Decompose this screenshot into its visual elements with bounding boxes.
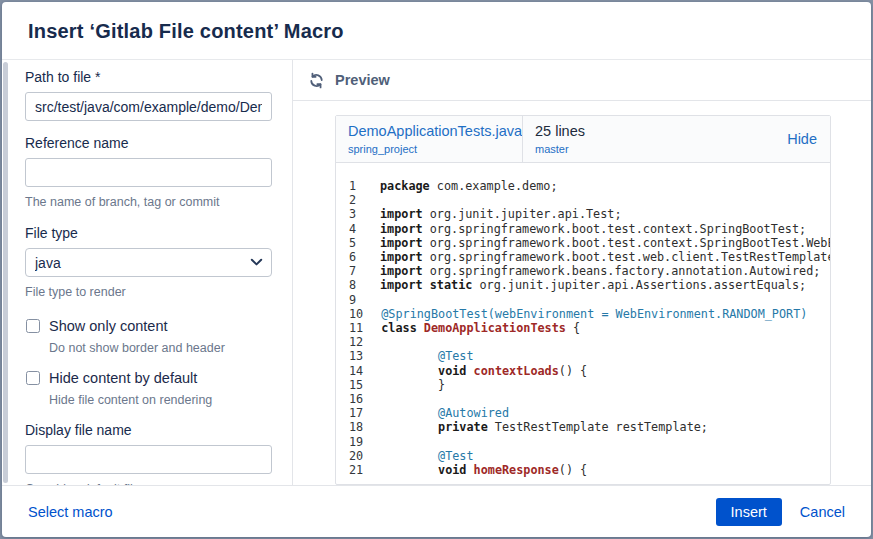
code-line: 10@SpringBootTest(webEnvironment = WebEn…	[336, 307, 830, 321]
hide-content-helper: Hide file content on rendering	[49, 393, 272, 407]
code-line: 6import org.springframework.boot.test.we…	[336, 250, 830, 264]
dialog-body: Path to file * Reference name The name o…	[2, 60, 871, 485]
project-name: spring_project	[348, 143, 522, 155]
hide-content-checkbox[interactable]	[26, 371, 40, 385]
code-line: 1package com.example.demo;	[336, 179, 830, 193]
reference-input[interactable]	[25, 158, 272, 187]
file-preview-card: DemoApplicationTests.java spring_project…	[335, 115, 831, 485]
code-line: 11class DemoApplicationTests {	[336, 321, 830, 335]
file-meta-block: 25 lines master	[523, 116, 774, 162]
preview-title: Preview	[335, 72, 390, 88]
display-name-label: Display file name	[25, 422, 272, 438]
path-field-group: Path to file *	[25, 69, 272, 121]
file-type-helper-text: File type to render	[25, 285, 272, 299]
code-line: 21 void homeResponse() {	[336, 463, 830, 477]
dialog-backdrop: Insert ‘Gitlab File content’ Macro Path …	[0, 0, 873, 539]
code-line: 14 void contextLoads() {	[336, 364, 830, 378]
file-name-link[interactable]: DemoApplicationTests.java	[348, 123, 522, 139]
file-name-block: DemoApplicationTests.java spring_project	[336, 116, 522, 162]
hide-content-label: Hide content by default	[49, 370, 197, 386]
display-name-field-group: Display file name Overrides default file…	[25, 422, 272, 485]
code-line: 13 @Test	[336, 349, 830, 363]
insert-macro-dialog: Insert ‘Gitlab File content’ Macro Path …	[2, 2, 871, 537]
refresh-icon[interactable]	[308, 72, 325, 89]
insert-button[interactable]: Insert	[716, 498, 782, 526]
file-type-field-group: File type java File type to render	[25, 225, 272, 299]
hide-preview-link[interactable]: Hide	[774, 116, 830, 162]
reference-field-group: Reference name The name of branch, tag o…	[25, 135, 272, 209]
code-line: 18 private TestRestTemplate restTemplate…	[336, 420, 830, 434]
show-only-content-group: Show only content Do not show border and…	[25, 318, 272, 355]
code-line: 3import org.junit.jupiter.api.Test;	[336, 207, 830, 221]
branch-name: master	[535, 143, 774, 155]
preview-header: Preview	[293, 60, 871, 101]
code-line: 17 @Autowired	[336, 406, 830, 420]
hide-content-group: Hide content by default Hide file conten…	[25, 370, 272, 407]
show-only-content-checkbox[interactable]	[26, 319, 40, 333]
code-line: 2	[336, 193, 830, 207]
code-line: 20 @Test	[336, 449, 830, 463]
preview-panel: Preview DemoApplicationTests.java spring…	[293, 60, 871, 485]
display-name-input[interactable]	[25, 445, 272, 474]
cancel-link[interactable]: Cancel	[800, 504, 845, 520]
dialog-title: Insert ‘Gitlab File content’ Macro	[28, 20, 845, 43]
footer-actions: Insert Cancel	[716, 498, 845, 526]
code-line: 19	[336, 435, 830, 449]
display-name-helper-text: Overrides default file name	[25, 482, 272, 485]
reference-label: Reference name	[25, 135, 272, 151]
code-line: 12	[336, 335, 830, 349]
code-line: 16	[336, 392, 830, 406]
reference-helper-text: The name of branch, tag or commit	[25, 195, 272, 209]
line-count: 25 lines	[535, 123, 774, 139]
file-card-header: DemoApplicationTests.java spring_project…	[336, 116, 830, 163]
select-macro-link[interactable]: Select macro	[28, 504, 113, 520]
show-only-content-row: Show only content	[25, 318, 272, 334]
code-line: 4import org.springframework.boot.test.co…	[336, 222, 830, 236]
dialog-header: Insert ‘Gitlab File content’ Macro	[2, 2, 871, 60]
code-block: 1package com.example.demo;23import org.j…	[336, 163, 830, 484]
path-label: Path to file *	[25, 69, 272, 85]
macro-form-panel: Path to file * Reference name The name o…	[2, 60, 293, 485]
show-only-content-label: Show only content	[49, 318, 168, 334]
path-input[interactable]	[25, 92, 272, 121]
hide-content-row: Hide content by default	[25, 370, 272, 386]
code-line: 7import org.springframework.beans.factor…	[336, 264, 830, 278]
show-only-content-helper: Do not show border and header	[49, 341, 272, 355]
preview-content: DemoApplicationTests.java spring_project…	[293, 101, 871, 485]
form-scrollbar[interactable]	[3, 62, 8, 483]
code-line: 9	[336, 293, 830, 307]
code-line: 8import static org.junit.jupiter.api.Ass…	[336, 278, 830, 292]
code-line: 15 }	[336, 378, 830, 392]
file-type-label: File type	[25, 225, 272, 241]
code-line: 5import org.springframework.boot.test.co…	[336, 236, 830, 250]
dialog-footer: Select macro Insert Cancel	[2, 485, 871, 537]
file-type-select[interactable]: java	[25, 248, 272, 277]
